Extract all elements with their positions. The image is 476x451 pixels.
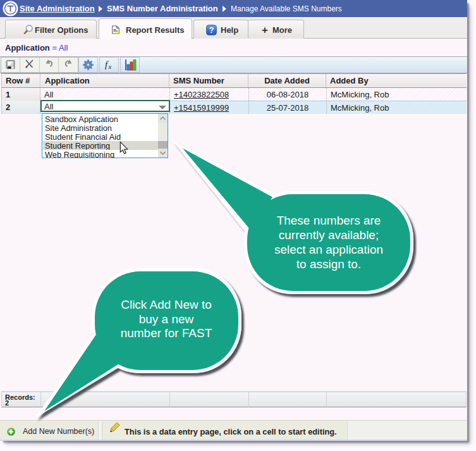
svg-text:?: ?	[209, 26, 214, 35]
